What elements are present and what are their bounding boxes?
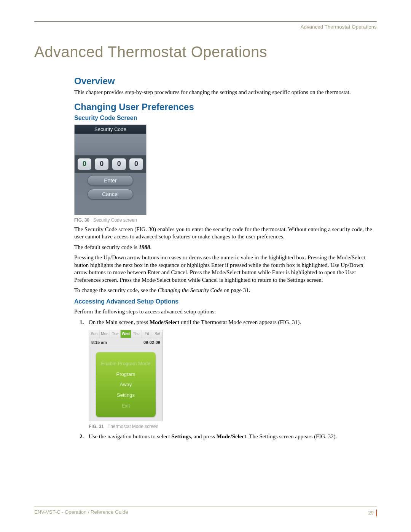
step2-mid: , and press	[191, 433, 217, 439]
code-digit-2[interactable]: 0	[95, 158, 108, 170]
date-label: 09-02-09	[143, 340, 160, 345]
security-default-code: 1988	[139, 244, 150, 250]
day-wed[interactable]: Wed	[121, 330, 131, 338]
access-intro: Perform the following steps to access ad…	[74, 308, 377, 316]
step1-modeselect: Mode/Select	[150, 319, 179, 325]
fig31-label: FIG. 31	[89, 424, 104, 429]
footer-bar-icon	[376, 510, 377, 516]
mode-program[interactable]: Program	[96, 371, 156, 378]
mode-settings[interactable]: Settings	[96, 392, 156, 399]
day-sun[interactable]: Sun	[89, 330, 100, 338]
security-code-header: Security Code	[75, 125, 146, 134]
top-rule	[34, 21, 377, 22]
security-para-change-ref: To change the security code, see the Cha…	[74, 287, 377, 294]
mode-away[interactable]: Away	[96, 381, 156, 388]
running-head: Advanced Thermostat Operations	[34, 24, 377, 30]
day-sat[interactable]: Sat	[152, 330, 162, 338]
changeref-post: on page 31.	[222, 287, 250, 293]
step2-modeselect: Mode/Select	[217, 433, 246, 439]
fig31-text: Thermostat Mode screen	[108, 424, 158, 429]
fig30-caption: FIG. 30 Security Code screen	[74, 217, 377, 223]
heading-overview: Overview	[74, 76, 377, 86]
fig30-label: FIG. 30	[74, 217, 89, 223]
day-mon[interactable]: Mon	[100, 330, 110, 338]
day-tue[interactable]: Tue	[110, 330, 121, 338]
fig30-text: Security Code screen	[93, 217, 137, 223]
step2-post: . The Settings screen appears (FIG. 32).	[246, 433, 337, 439]
code-digit-4[interactable]: 0	[129, 158, 143, 170]
security-para-instructions: Pressing the Up/Down arrow buttons incre…	[74, 254, 377, 284]
mode-enable-program[interactable]: Enable Program Mode	[96, 360, 156, 367]
footer: ENV-VST-C - Operation / Reference Guide …	[34, 506, 377, 516]
overview-paragraph: This chapter provides step-by-step proce…	[74, 89, 377, 96]
mode-panel: Enable Program Mode Program Away Setting…	[96, 352, 156, 417]
step2-settings: Settings	[171, 433, 191, 439]
security-default-pre: The default security code is	[74, 244, 139, 250]
security-code-digits: 0 0 0 0	[75, 155, 146, 173]
heading-changing-user-prefs: Changing User Preferences	[74, 102, 377, 112]
security-default-post: .	[150, 244, 152, 250]
step1-pre: On the Main screen, press	[89, 319, 150, 325]
code-digit-1[interactable]: 0	[78, 158, 91, 170]
cancel-button[interactable]: Cancel	[88, 189, 133, 200]
security-para-default: The default security code is 1988.	[74, 244, 377, 251]
day-row: Sun Mon Tue Wed Thu Fri Sat	[89, 330, 162, 338]
enter-button[interactable]: Enter	[88, 175, 133, 186]
step-2: Use the navigation buttons to select Set…	[80, 433, 377, 440]
time-label: 8:15 am	[91, 340, 107, 345]
fig31-caption: FIG. 31 Thermostat Mode screen	[89, 423, 377, 430]
day-thu[interactable]: Thu	[131, 330, 142, 338]
heading-security-code-screen: Security Code Screen	[74, 115, 377, 121]
changeref-pre: To change the security code, see the	[74, 287, 158, 293]
security-para-1: The Security Code screen (FIG. 30) enabl…	[74, 226, 377, 241]
changeref-link: Changing the Security Code	[158, 287, 223, 293]
step1-post: until the Thermostat Mode screen appears…	[179, 319, 301, 325]
page-number: 29	[368, 510, 374, 516]
heading-accessing-advanced: Accessing Advanced Setup Options	[74, 298, 377, 305]
code-digit-3[interactable]: 0	[112, 158, 126, 170]
footer-page-number: 29	[368, 509, 377, 516]
chapter-title: Advanced Thermostat Operations	[34, 43, 377, 61]
step-1: On the Main screen, press Mode/Select un…	[80, 318, 377, 430]
figure-thermostat-mode: Sun Mon Tue Wed Thu Fri Sat 8:15 am 09-0…	[89, 330, 163, 421]
mode-exit[interactable]: Exit	[96, 403, 156, 409]
steps-list: On the Main screen, press Mode/Select un…	[74, 318, 377, 441]
time-date-bar: 8:15 am 09-02-09	[89, 338, 162, 347]
day-fri[interactable]: Fri	[142, 330, 153, 338]
footer-left: ENV-VST-C - Operation / Reference Guide	[34, 509, 128, 516]
step2-pre: Use the navigation buttons to select	[89, 433, 171, 439]
figure-security-code: Security Code 0 0 0 0 Enter Cancel	[74, 125, 147, 215]
